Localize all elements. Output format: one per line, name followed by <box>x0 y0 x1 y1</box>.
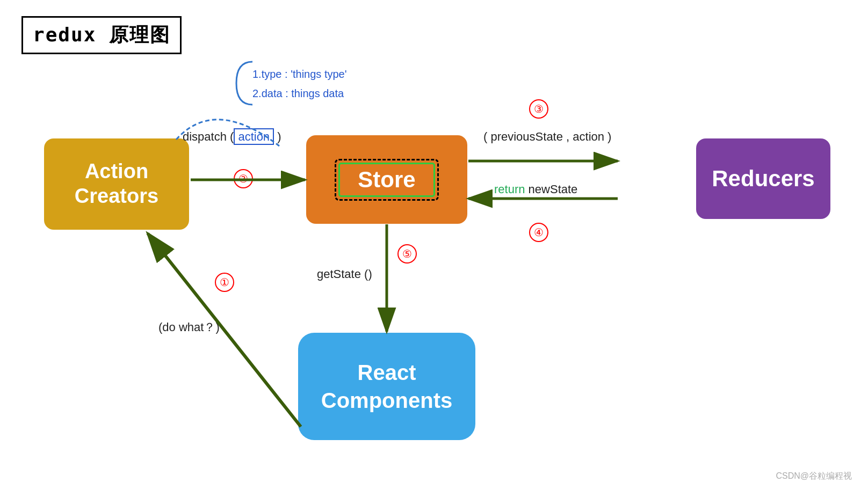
watermark: CSDN@谷粒编程视 <box>776 471 852 482</box>
react-components-box: ReactComponents <box>298 333 475 440</box>
new-state-text: newState <box>529 182 578 196</box>
step4-circle: ④ <box>529 223 548 242</box>
action-highlight: action <box>234 128 274 145</box>
prev-state-label: ( previousState , action ) <box>483 130 611 144</box>
reducers-box: Reducers <box>696 138 830 219</box>
store-label: Store <box>358 167 415 192</box>
react-components-label: ReactComponents <box>321 359 452 414</box>
do-what-label: (do what？) <box>158 319 220 335</box>
brace-line2: 2.data : things data <box>252 84 347 103</box>
action-creators-box: ActionCreators <box>44 138 189 230</box>
action-creators-label: ActionCreators <box>75 159 158 208</box>
return-keyword: return <box>494 182 529 196</box>
reducers-label: Reducers <box>712 166 814 192</box>
brace-annotation: 1.type : 'things type' 2.data : things d… <box>252 64 347 103</box>
dispatch-text: dispatch ( <box>183 130 234 143</box>
get-state-label: getState () <box>317 267 372 281</box>
store-box: Store <box>306 135 467 224</box>
return-new-state-label: return newState <box>494 182 577 196</box>
page-title: redux 原理图 <box>21 16 182 54</box>
step1-circle: ① <box>215 273 234 292</box>
step3-circle: ③ <box>529 99 548 119</box>
step5-circle: ⑤ <box>397 244 417 264</box>
step2-circle: ② <box>234 169 253 188</box>
dispatch-close: ) <box>274 130 281 143</box>
dispatch-label: dispatch (action ) <box>183 130 281 144</box>
brace-line1: 1.type : 'things type' <box>252 64 347 84</box>
